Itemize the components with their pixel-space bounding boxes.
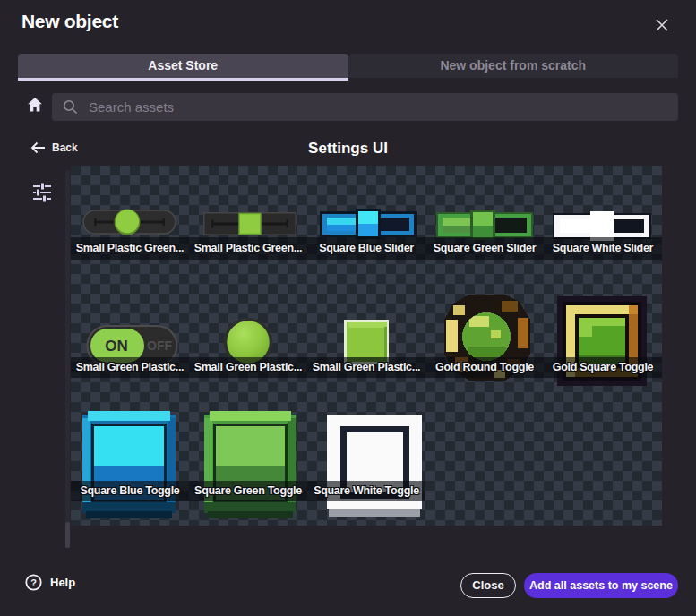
asset-label: Small Plastic Green...: [71, 237, 189, 260]
help-button[interactable]: ? Help: [25, 574, 75, 591]
asset-label: Square White Slider: [544, 237, 662, 260]
tab-from-scratch-label: New object from scratch: [440, 58, 586, 73]
tab-new-object-from-scratch[interactable]: New object from scratch: [348, 54, 679, 78]
svg-text:OFF: OFF: [147, 338, 172, 353]
new-object-dialog: New object Asset Store New object from s…: [0, 0, 696, 616]
pill-slider-sprite: [82, 208, 176, 236]
asset-label: Square White Toggle: [307, 481, 425, 501]
svg-text:?: ?: [30, 578, 37, 588]
asset-tile-square-green-toggle[interactable]: [189, 378, 307, 526]
asset-label: Square Green Slider: [425, 237, 544, 260]
help-label: Help: [50, 576, 75, 589]
active-tab-underline: [18, 78, 348, 81]
scrollbar-thumb[interactable]: [65, 522, 70, 548]
blue-toggle-sprite: [82, 411, 176, 518]
asset-label: Small Green Plastic...: [71, 357, 189, 378]
scrollbar-track: [65, 170, 70, 548]
asset-label: Small Green Plastic...: [307, 357, 425, 378]
dialog-title: New object: [21, 11, 118, 32]
search-box[interactable]: [52, 93, 678, 121]
asset-tile-square-blue-toggle[interactable]: [71, 378, 189, 526]
blue-slider-sprite: [320, 207, 417, 241]
add-all-assets-button[interactable]: Add all assets to my scene: [524, 573, 678, 598]
flat-slider-sprite: [203, 212, 296, 235]
asset-label: Square Green Toggle: [189, 481, 307, 501]
asset-label: Small Green Plastic...: [189, 357, 307, 378]
svg-text:ON: ON: [105, 338, 128, 355]
home-button[interactable]: [26, 96, 44, 117]
asset-label: Small Plastic Green...: [189, 237, 307, 260]
tune-icon: [32, 182, 52, 203]
asset-grid: ON OFF: [71, 166, 662, 526]
asset-label: Gold Square Toggle: [544, 357, 662, 378]
search-icon: [63, 99, 78, 115]
tab-asset-store[interactable]: Asset Store: [18, 54, 348, 78]
green-toggle-sprite: [204, 411, 296, 518]
asset-tile-square-white-toggle[interactable]: [307, 378, 425, 526]
asset-label: Square Blue Toggle: [71, 481, 189, 501]
tab-asset-store-label: Asset Store: [148, 58, 218, 73]
search-input[interactable]: [87, 98, 628, 116]
help-icon: ?: [25, 574, 42, 591]
close-icon[interactable]: [653, 16, 671, 34]
filter-button[interactable]: [32, 182, 52, 203]
tab-bar: Asset Store New object from scratch: [18, 54, 678, 81]
green-slider-sprite: [436, 210, 533, 241]
close-button[interactable]: Close: [460, 573, 516, 598]
section-title: Settings UI: [0, 140, 696, 158]
asset-label: Square Blue Slider: [307, 237, 425, 260]
asset-label: Gold Round Toggle: [425, 357, 544, 378]
